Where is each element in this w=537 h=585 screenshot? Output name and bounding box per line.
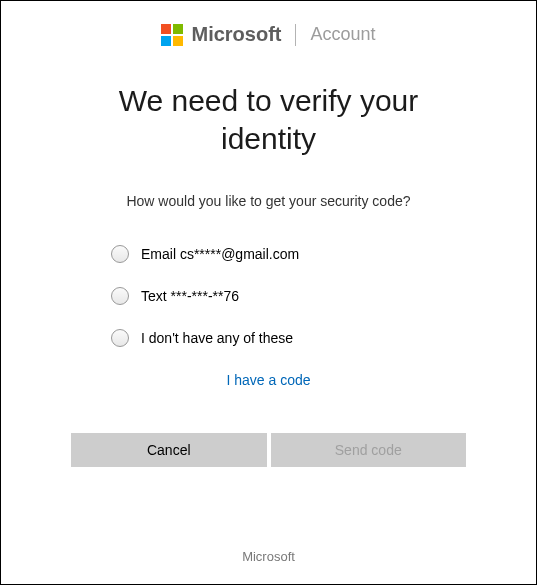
radio-icon bbox=[111, 329, 129, 347]
brand-name: Microsoft bbox=[191, 23, 281, 46]
send-code-button[interactable]: Send code bbox=[271, 433, 467, 467]
main-content: We need to verify your identity How woul… bbox=[1, 82, 536, 389]
button-row: Cancel Send code bbox=[1, 433, 536, 467]
have-code-row: I have a code bbox=[71, 371, 466, 389]
header-divider bbox=[295, 24, 296, 46]
page-title: We need to verify your identity bbox=[71, 82, 466, 157]
option-label: I don't have any of these bbox=[141, 330, 293, 346]
verify-options: Email cs*****@gmail.com Text ***-***-**7… bbox=[71, 245, 466, 347]
have-code-link[interactable]: I have a code bbox=[226, 372, 310, 388]
option-none[interactable]: I don't have any of these bbox=[111, 329, 466, 347]
option-label: Email cs*****@gmail.com bbox=[141, 246, 299, 262]
section-name: Account bbox=[310, 24, 375, 45]
option-label: Text ***-***-**76 bbox=[141, 288, 239, 304]
svg-rect-1 bbox=[173, 24, 183, 34]
svg-rect-0 bbox=[161, 24, 171, 34]
option-email[interactable]: Email cs*****@gmail.com bbox=[111, 245, 466, 263]
option-text[interactable]: Text ***-***-**76 bbox=[111, 287, 466, 305]
svg-rect-3 bbox=[173, 36, 183, 46]
header: Microsoft Account bbox=[1, 1, 536, 46]
svg-rect-2 bbox=[161, 36, 171, 46]
radio-icon bbox=[111, 287, 129, 305]
radio-icon bbox=[111, 245, 129, 263]
microsoft-logo-icon bbox=[161, 24, 183, 46]
page-subtitle: How would you like to get your security … bbox=[71, 193, 466, 209]
footer-text: Microsoft bbox=[1, 549, 536, 564]
cancel-button[interactable]: Cancel bbox=[71, 433, 267, 467]
